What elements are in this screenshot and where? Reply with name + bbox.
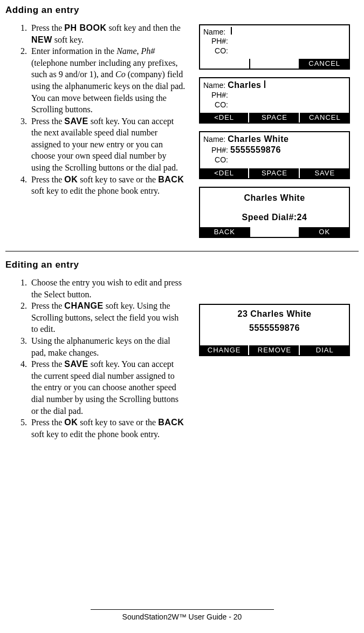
edit-step-2: Press the CHANGE soft key. Using the Scr… bbox=[29, 300, 186, 335]
lcd-co-label: CO: bbox=[203, 46, 228, 56]
lcd-screen-speed-dial: Charles White Speed Dial#:24 BACK OK bbox=[199, 187, 350, 238]
edit-step-5: Press the OK soft key to save or the BAC… bbox=[29, 417, 186, 440]
edit-step-3: Using the alphanumeric keys on the dial … bbox=[29, 335, 186, 358]
adding-steps: Press the PH BOOK soft key and then the … bbox=[5, 22, 186, 197]
lcd-entry-name: Charles White bbox=[203, 191, 346, 205]
step-1: Press the PH BOOK soft key and then the … bbox=[29, 22, 186, 45]
step-4: Press the OK soft key to save or the BAC… bbox=[29, 174, 186, 197]
lcd-speed-dial: Speed Dial#:24 bbox=[203, 210, 346, 224]
lcd-name-value: Charles bbox=[228, 80, 261, 91]
softkey-blank bbox=[249, 59, 299, 69]
step-3: Press the SAVE soft key. You can accept … bbox=[29, 115, 186, 174]
section-title-adding: Adding an entry bbox=[5, 4, 359, 17]
softkey-cancel[interactable]: CANCEL bbox=[299, 59, 349, 69]
footer-text: SoundStation2W™ User Guide - 20 bbox=[0, 612, 364, 622]
lcd-ph-label: PH#: bbox=[203, 37, 228, 46]
softkey-back[interactable]: BACK bbox=[200, 227, 249, 237]
lcd-name-label: Name: bbox=[203, 28, 225, 37]
softkey-blank bbox=[200, 59, 249, 69]
cursor-icon bbox=[231, 27, 232, 35]
softkey-space[interactable]: SPACE bbox=[249, 113, 298, 122]
section-title-editing: Editing an entry bbox=[5, 259, 359, 271]
cursor-icon bbox=[264, 80, 265, 88]
lcd-ph-value: 5555559876 bbox=[230, 145, 281, 155]
lcd-entry-number: 5555559876 bbox=[203, 321, 346, 335]
lcd-name-value: Charles White bbox=[228, 134, 289, 145]
softkey-del[interactable]: <DEL bbox=[200, 113, 248, 122]
softkey-blank bbox=[249, 227, 299, 237]
softkey-change[interactable]: CHANGE bbox=[200, 345, 248, 355]
softkey-del[interactable]: <DEL bbox=[200, 168, 248, 178]
page-footer: SoundStation2W™ User Guide - 20 bbox=[0, 609, 364, 622]
edit-step-1: Choose the entry you wish to edit and pr… bbox=[29, 277, 186, 300]
lcd-screen-full-entry: Name:Charles White PH#:5555559876 CO: <D… bbox=[199, 131, 350, 179]
softkey-space[interactable]: SPACE bbox=[249, 168, 298, 178]
edit-step-4: Press the SAVE soft key. You can accept … bbox=[29, 358, 186, 417]
softkey-remove[interactable]: REMOVE bbox=[249, 345, 298, 355]
lcd-screen-blank-entry: Name: PH#: CO: CANCEL bbox=[199, 24, 350, 70]
lcd-screen-view-entry: 23 Charles White 5555559876 CHANGE REMOV… bbox=[199, 304, 350, 356]
editing-steps: Choose the entry you wish to edit and pr… bbox=[5, 277, 186, 440]
step-2: Enter information in the Name, Ph# (tele… bbox=[29, 45, 186, 115]
footer-rule bbox=[91, 609, 274, 610]
softkey-dial[interactable]: DIAL bbox=[300, 345, 349, 355]
section-divider bbox=[5, 251, 359, 251]
lcd-entry-header: 23 Charles White bbox=[203, 307, 346, 321]
softkey-cancel[interactable]: CANCEL bbox=[300, 113, 349, 122]
softkey-save[interactable]: SAVE bbox=[300, 168, 349, 178]
lcd-screen-name-entry: Name:Charles PH#: CO: <DEL SPACE CANCEL bbox=[199, 77, 350, 124]
softkey-ok[interactable]: OK bbox=[299, 227, 349, 237]
